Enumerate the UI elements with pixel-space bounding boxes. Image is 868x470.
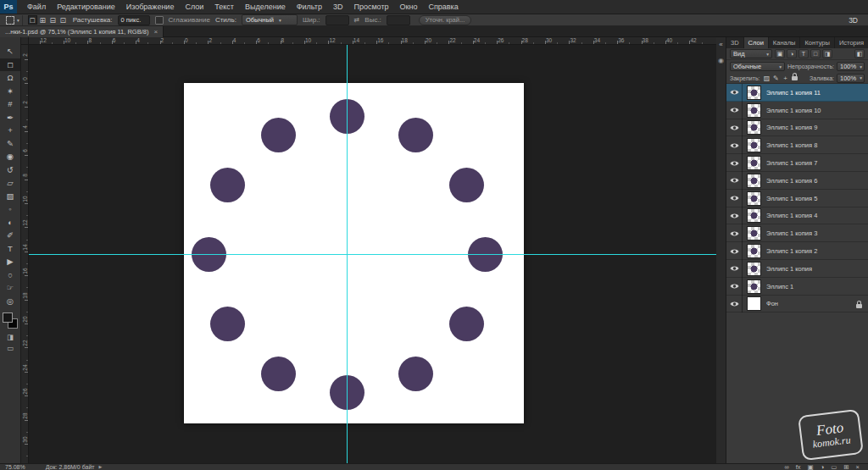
layer-visibility-toggle[interactable] <box>726 102 743 119</box>
layer-visibility-toggle[interactable] <box>726 190 743 207</box>
type-tool[interactable]: T <box>0 242 20 256</box>
lock-transparency-icon[interactable]: ▨ <box>762 75 771 82</box>
collapsed-panel-icon[interactable]: ◉ <box>718 57 724 64</box>
rectangular-marquee-tool[interactable]: □ <box>0 58 20 72</box>
healing-brush-tool[interactable]: + <box>0 124 20 137</box>
layer-row[interactable]: Эллипс 1 копия 7 <box>726 154 868 172</box>
panel-tab-2[interactable]: Каналы <box>769 37 801 48</box>
menu-item-5[interactable]: Выделение <box>245 3 286 11</box>
layer-visibility-toggle[interactable] <box>726 136 743 154</box>
filter-type-layers-icon[interactable]: T <box>798 49 809 58</box>
horizontal-guide[interactable] <box>29 254 716 255</box>
delete-layer-icon[interactable]: × <box>856 464 860 470</box>
menu-item-10[interactable]: Справка <box>428 3 458 11</box>
eyedropper-tool[interactable]: ✒ <box>0 111 20 124</box>
layer-thumbnail[interactable] <box>747 262 761 276</box>
layer-thumbnail[interactable] <box>747 103 761 118</box>
filter-pixel-layers-icon[interactable]: ▣ <box>775 49 785 58</box>
layer-visibility-toggle[interactable] <box>726 154 743 172</box>
layer-thumbnail[interactable] <box>747 174 761 188</box>
tool-preset-picker[interactable]: ▾ <box>3 15 23 25</box>
layer-thumbnail[interactable] <box>747 138 761 152</box>
filter-adjustment-layers-icon[interactable]: ◑ <box>787 49 797 58</box>
layer-row[interactable]: Эллипс 1 копия 3 <box>726 224 868 242</box>
status-options-arrow-icon[interactable]: ▶ <box>99 464 103 470</box>
menu-item-7[interactable]: 3D <box>333 3 343 11</box>
layer-group-icon[interactable]: ▭ <box>831 464 837 470</box>
ellipse-shape[interactable] <box>261 118 296 152</box>
ellipse-shape[interactable] <box>210 168 245 202</box>
ellipse-shape[interactable] <box>398 118 433 152</box>
layer-thumbnail[interactable] <box>747 191 761 206</box>
ellipse-shape[interactable] <box>261 357 296 391</box>
layer-row[interactable]: Эллипс 1 копия 4 <box>726 207 868 225</box>
layer-visibility-toggle[interactable] <box>726 119 743 137</box>
history-brush-tool[interactable]: ↺ <box>0 163 20 177</box>
layer-row[interactable]: Эллипс 1 копия 10 <box>726 102 868 119</box>
intersect-selection-icon[interactable]: ⊡ <box>58 15 68 25</box>
clone-stamp-tool[interactable]: ◉ <box>0 150 20 163</box>
horizontal-ruler[interactable]: 1210864202468101214161820222426283032343… <box>29 37 716 45</box>
adjustment-layer-icon[interactable]: ◑ <box>821 464 825 470</box>
refine-edge-button[interactable]: Уточн. край... <box>419 15 471 25</box>
layer-style-icon[interactable]: fx <box>796 464 801 470</box>
new-layer-icon[interactable]: ⊞ <box>843 464 849 470</box>
foreground-color-swatch[interactable] <box>3 312 13 323</box>
lock-position-icon[interactable]: + <box>781 75 789 82</box>
layer-thumbnail[interactable] <box>747 244 761 258</box>
quick-mask-button[interactable]: ◨ <box>0 331 20 342</box>
eraser-tool[interactable]: ▱ <box>0 176 20 190</box>
hand-tool[interactable]: ☞ <box>0 281 20 295</box>
layer-row[interactable]: Эллипс 1 копия 8 <box>726 136 868 154</box>
ellipse-shape[interactable] <box>449 307 484 341</box>
screen-mode-button[interactable]: ▭ <box>0 342 20 353</box>
ellipse-shape[interactable] <box>449 168 484 202</box>
fill-input[interactable]: 100% ▾ <box>837 74 865 83</box>
collapse-panels-icon[interactable]: « <box>719 41 722 48</box>
pen-tool[interactable]: ✐ <box>0 229 20 242</box>
ellipse-shape[interactable] <box>210 307 245 341</box>
panel-tab-0[interactable]: 3D <box>726 37 744 48</box>
ruler-corner[interactable] <box>21 37 29 45</box>
menu-item-6[interactable]: Фильтр <box>297 3 322 11</box>
width-input[interactable] <box>326 15 349 25</box>
swap-dimensions-icon[interactable]: ⇄ <box>354 16 360 24</box>
menu-item-1[interactable]: Редактирование <box>57 3 115 11</box>
layer-row[interactable]: Эллипс 1 копия 2 <box>726 242 868 260</box>
layer-visibility-toggle[interactable] <box>726 278 743 296</box>
layer-thumbnail[interactable] <box>747 208 761 223</box>
link-layers-icon[interactable]: ∞ <box>784 464 788 470</box>
dodge-tool[interactable]: ◐ <box>0 216 20 229</box>
zoom-tool[interactable]: ◎ <box>0 295 20 308</box>
layer-row[interactable]: Эллипс 1 копия 6 <box>726 172 868 190</box>
layer-visibility-toggle[interactable] <box>726 84 743 102</box>
menu-item-3[interactable]: Слои <box>185 3 203 11</box>
menu-item-0[interactable]: Файл <box>27 3 46 11</box>
opacity-input[interactable]: 100% ▾ <box>837 62 865 71</box>
workspace-switcher[interactable]: 3D <box>849 16 858 25</box>
layer-thumbnail[interactable] <box>747 279 761 294</box>
layer-thumbnail[interactable] <box>747 120 761 135</box>
layer-mask-icon[interactable]: ▣ <box>808 464 814 470</box>
layer-visibility-toggle[interactable] <box>726 296 743 313</box>
height-input[interactable] <box>387 15 410 25</box>
menu-item-2[interactable]: Изображение <box>126 3 175 11</box>
ellipse-tool[interactable]: ○ <box>0 268 20 282</box>
blur-tool[interactable]: ◦ <box>0 202 20 216</box>
layer-row[interactable]: Эллипс 1 <box>726 278 868 296</box>
blend-mode-select[interactable]: Обычные ▾ <box>730 62 785 71</box>
antialias-checkbox[interactable] <box>155 16 164 25</box>
layer-visibility-toggle[interactable] <box>726 242 743 260</box>
crop-tool[interactable]: # <box>0 97 20 111</box>
layer-thumbnail[interactable] <box>747 226 761 241</box>
layer-row[interactable]: Фон <box>726 296 868 313</box>
filter-shape-layers-icon[interactable]: □ <box>810 49 821 58</box>
lasso-tool[interactable]: Ω <box>0 71 20 85</box>
filtering-toggle-icon[interactable]: ◧ <box>854 49 865 58</box>
new-selection-icon[interactable]: □ <box>28 15 37 25</box>
zoom-level[interactable]: 75.08% <box>5 464 25 470</box>
quick-selection-tool[interactable]: ✶ <box>0 85 20 98</box>
ellipse-shape[interactable] <box>398 357 433 391</box>
layer-visibility-toggle[interactable] <box>726 224 743 242</box>
style-select[interactable]: Обычный ▾ <box>242 14 298 25</box>
